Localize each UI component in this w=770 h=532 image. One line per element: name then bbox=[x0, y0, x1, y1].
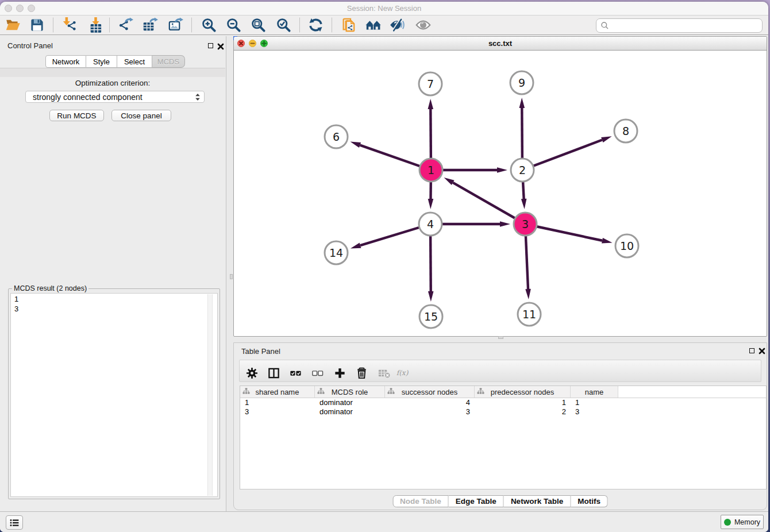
create-column-icon bbox=[333, 367, 346, 380]
show-graphics-details-button[interactable] bbox=[415, 17, 431, 33]
delete-columns-button[interactable] bbox=[355, 366, 368, 380]
mcds-result-list[interactable]: 13 bbox=[10, 293, 218, 497]
zoom-fit-button[interactable] bbox=[250, 17, 266, 33]
create-column-button[interactable] bbox=[333, 366, 346, 380]
table-cell[interactable]: 3 bbox=[571, 407, 618, 417]
edge-arrow-4-3 bbox=[500, 221, 510, 227]
edge-arrow-1-2 bbox=[497, 167, 507, 173]
table-settings-button[interactable] bbox=[245, 366, 259, 380]
zoom-out-button[interactable] bbox=[225, 17, 241, 33]
refresh-view-icon bbox=[308, 17, 324, 33]
edge-2-8[interactable] bbox=[522, 140, 602, 170]
node-label-1: 1 bbox=[428, 164, 434, 176]
show-columns-button[interactable] bbox=[267, 366, 280, 380]
table-panel-title: Table Panel bbox=[241, 347, 280, 356]
node-label-10: 10 bbox=[620, 240, 634, 252]
mcds-result-title: MCDS result (2 nodes) bbox=[12, 284, 88, 292]
svg-text:f(x): f(x) bbox=[396, 368, 409, 376]
memory-button[interactable]: Memory bbox=[721, 515, 764, 529]
task-history-button[interactable] bbox=[6, 515, 23, 530]
edge-3-1[interactable] bbox=[453, 183, 525, 224]
table-tab-edge-table[interactable]: Edge Table bbox=[449, 495, 504, 507]
edge-arrow-2-3 bbox=[521, 199, 527, 209]
table-tab-motifs[interactable]: Motifs bbox=[571, 495, 608, 507]
memory-label: Memory bbox=[734, 518, 760, 526]
table-panel: Table Panel f(x) shared name MCDS role s… bbox=[233, 342, 767, 510]
result-scrollbar[interactable] bbox=[207, 294, 213, 496]
node-label-4: 4 bbox=[427, 218, 434, 230]
table-row[interactable]: 1dominator411 bbox=[240, 398, 766, 407]
import-network-button[interactable] bbox=[61, 17, 78, 33]
control-tab-mcds[interactable]: MCDS bbox=[152, 55, 185, 68]
select-all-columns-button[interactable] bbox=[288, 366, 302, 380]
table-settings-icon bbox=[245, 367, 259, 380]
node-label-2: 2 bbox=[519, 164, 526, 176]
table-close-icon[interactable] bbox=[759, 348, 765, 354]
table-tab-network-table[interactable]: Network Table bbox=[504, 495, 571, 507]
search-input[interactable] bbox=[609, 20, 762, 32]
close-panel-button[interactable]: Close panel bbox=[111, 110, 171, 121]
unselect-all-columns-icon bbox=[311, 367, 324, 380]
table-tab-node-table[interactable]: Node Table bbox=[392, 495, 449, 507]
mcds-result-item[interactable]: 3 bbox=[14, 304, 217, 314]
table-row[interactable]: 3dominator323 bbox=[240, 407, 766, 417]
table-cell[interactable]: 3 bbox=[240, 407, 315, 417]
zoom-selected-button[interactable] bbox=[275, 17, 291, 33]
network-canvas[interactable]: 7968124314101511 bbox=[234, 51, 767, 336]
criterion-dropdown[interactable]: strongly connected component bbox=[25, 91, 205, 103]
hide-graphics-details-button[interactable] bbox=[389, 17, 405, 33]
control-tab-network[interactable]: Network bbox=[45, 55, 86, 68]
show-columns-icon bbox=[267, 367, 280, 380]
edge-arrow-1-6 bbox=[351, 142, 361, 148]
clone-network-button[interactable] bbox=[340, 17, 356, 33]
select-all-columns-icon bbox=[289, 367, 302, 380]
os-title-bar: Session: New Session bbox=[0, 2, 768, 16]
export-image-button[interactable] bbox=[167, 17, 183, 33]
table-cell[interactable]: dominator bbox=[315, 407, 385, 417]
zoom-in-button[interactable] bbox=[201, 17, 217, 33]
column-header-MCDS-role[interactable]: MCDS role bbox=[315, 386, 385, 398]
search-box[interactable] bbox=[596, 18, 763, 33]
home-view-button[interactable] bbox=[365, 17, 381, 33]
network-window-titlebar[interactable]: scc.txt bbox=[234, 37, 767, 51]
table-cell[interactable]: dominator bbox=[315, 398, 385, 407]
table-cell[interactable]: 1 bbox=[475, 398, 571, 407]
zoom-out-icon bbox=[226, 17, 241, 33]
save-session-icon bbox=[29, 17, 45, 33]
column-header-predecessor-nodes[interactable]: predecessor nodes bbox=[475, 386, 571, 398]
column-header-name[interactable]: name bbox=[571, 386, 618, 398]
refresh-view-button[interactable] bbox=[307, 17, 324, 33]
horizontal-splitter-grip[interactable] bbox=[498, 336, 503, 339]
mcds-result-item[interactable]: 1 bbox=[14, 294, 217, 304]
close-panel-icon[interactable] bbox=[217, 43, 224, 50]
table-cell[interactable]: 4 bbox=[385, 398, 475, 407]
network-graph[interactable]: 7968124314101511 bbox=[234, 51, 767, 337]
network-desktop: scc.txt 7968124314101511 Table Panel f(x… bbox=[227, 36, 768, 511]
table-cell[interactable]: 2 bbox=[475, 407, 571, 417]
column-type-icon bbox=[242, 388, 250, 395]
export-table-button[interactable] bbox=[142, 17, 158, 33]
criterion-value: strongly connected component bbox=[33, 92, 143, 102]
open-session-button[interactable] bbox=[5, 17, 21, 33]
table-float-icon[interactable] bbox=[749, 348, 754, 353]
export-network-button[interactable] bbox=[117, 17, 133, 33]
control-tab-select[interactable]: Select bbox=[117, 55, 152, 68]
vertical-splitter-grip[interactable] bbox=[230, 274, 233, 279]
import-table-button[interactable] bbox=[87, 17, 103, 33]
task-list-icon bbox=[10, 519, 19, 527]
run-mcds-button[interactable]: Run MCDS bbox=[49, 110, 104, 121]
unselect-all-columns-button[interactable] bbox=[310, 366, 324, 380]
table-cell[interactable]: 3 bbox=[385, 407, 475, 417]
edge-arrow-2-8 bbox=[601, 136, 612, 142]
table-cell[interactable]: 1 bbox=[240, 398, 315, 407]
hide-graphics-details-icon bbox=[390, 17, 405, 33]
control-tab-style[interactable]: Style bbox=[86, 55, 117, 68]
column-header-successor-nodes[interactable]: successor nodes bbox=[385, 386, 475, 398]
save-session-button[interactable] bbox=[29, 17, 45, 33]
float-panel-icon[interactable] bbox=[208, 43, 213, 48]
column-header-shared-name[interactable]: shared name bbox=[240, 386, 315, 398]
show-graphics-details-icon bbox=[415, 17, 431, 33]
table-cell[interactable]: 1 bbox=[571, 398, 618, 407]
node-label-3: 3 bbox=[522, 218, 529, 230]
column-type-icon bbox=[477, 388, 484, 395]
